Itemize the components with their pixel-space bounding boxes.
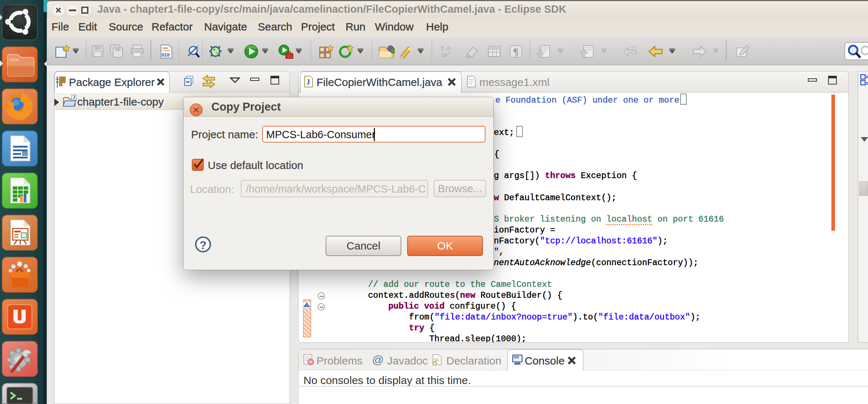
svg-text:J: J [306, 78, 310, 86]
svg-text:J: J [73, 95, 75, 100]
svg-text:G: G [447, 45, 451, 51]
svg-text:T: T [441, 45, 445, 52]
svg-text:¶: ¶ [513, 46, 518, 57]
svg-text:010: 010 [162, 52, 170, 58]
